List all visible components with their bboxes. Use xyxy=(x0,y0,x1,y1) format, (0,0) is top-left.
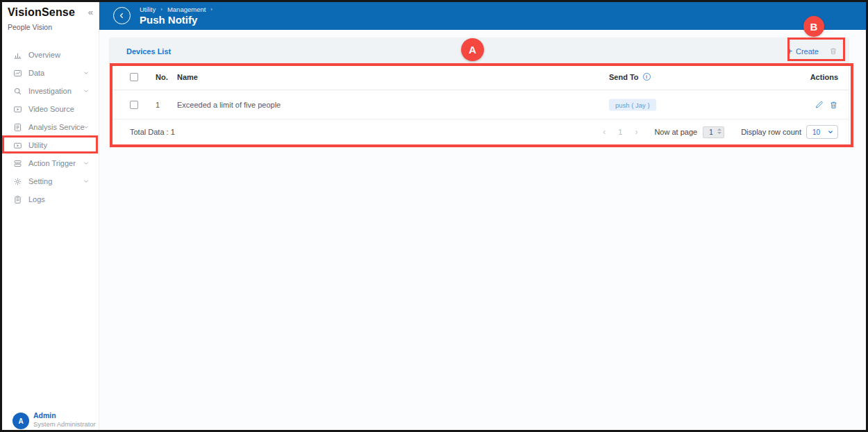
page-number-input[interactable]: 1 xyxy=(703,126,724,138)
plus-icon: + xyxy=(787,48,792,55)
trash-icon[interactable] xyxy=(829,100,838,109)
spinner-arrows-icon[interactable] xyxy=(717,128,721,134)
now-at-page-label: Now at page xyxy=(654,128,697,136)
footer-controls: ‹ 1 › Now at page 1 Display row count 10 xyxy=(603,119,838,144)
breadcrumb-item-utility[interactable]: Utility xyxy=(140,6,156,13)
back-button[interactable] xyxy=(113,7,131,24)
app-subtitle: People Vision xyxy=(8,23,52,31)
breadcrumb-separator: › xyxy=(210,6,212,13)
sidebar-item-label: Action Trigger xyxy=(28,159,76,167)
edit-icon[interactable] xyxy=(815,100,824,109)
page-header: Utility › Management › Push Notify xyxy=(99,2,866,30)
main-content: Utility › Management › Push Notify Devic… xyxy=(99,2,866,430)
sidebar-item-label: Overview xyxy=(28,51,60,59)
table-row: 1 Exceeded a limit of five people push (… xyxy=(110,90,849,119)
layers-icon xyxy=(12,158,22,168)
devices-list-panel: Devices List + Create No. Name Send xyxy=(110,38,849,144)
chevron-down-icon xyxy=(827,128,834,135)
sidebar-item-data[interactable]: Data xyxy=(2,64,99,82)
chevron-down-icon xyxy=(83,124,90,131)
page-input-value: 1 xyxy=(709,128,713,136)
row-checkbox[interactable] xyxy=(130,101,138,109)
sidebar-menu: Overview Data Investigation Video Source… xyxy=(2,46,99,208)
table-footer: Total Data : 1 ‹ 1 › Now at page 1 Displ… xyxy=(110,119,849,144)
row-count-select[interactable]: 10 xyxy=(806,125,838,139)
avatar[interactable]: A xyxy=(12,413,29,429)
column-header-no: No. xyxy=(156,73,168,81)
sidebar-item-logs[interactable]: Logs xyxy=(2,190,99,208)
total-data-label: Total Data : 1 xyxy=(130,128,175,136)
chevron-down-icon xyxy=(83,88,90,94)
column-header-send-to: Send To i xyxy=(609,73,651,81)
delete-icon[interactable] xyxy=(829,47,837,56)
row-name: Exceeded a limit of five people xyxy=(177,101,281,109)
app-window: VisionSense « People Vision Overview Dat… xyxy=(0,0,868,432)
prev-page-icon[interactable]: ‹ xyxy=(603,127,606,137)
send-to-label: Send To xyxy=(609,73,639,81)
document-icon xyxy=(12,122,22,132)
sidebar-item-label: Investigation xyxy=(28,87,72,95)
breadcrumb: Utility › Management › xyxy=(140,6,212,13)
utility-play-icon xyxy=(12,140,22,150)
sidebar-item-investigation[interactable]: Investigation xyxy=(2,82,99,100)
chevron-left-icon xyxy=(117,11,126,20)
panel-title: Devices List xyxy=(126,47,171,56)
sidebar-item-action-trigger[interactable]: Action Trigger xyxy=(2,154,99,172)
sidebar-collapse-icon[interactable]: « xyxy=(88,7,93,17)
page-number[interactable]: 1 xyxy=(618,128,622,136)
app-logo-title: VisionSense xyxy=(8,6,75,19)
search-icon xyxy=(12,86,22,96)
breadcrumb-item-management[interactable]: Management xyxy=(167,6,206,13)
row-count-value: 10 xyxy=(812,128,820,136)
sidebar-item-label: Analysis Service xyxy=(28,123,85,131)
user-role: System Administrator xyxy=(33,420,96,428)
clipboard-icon xyxy=(12,194,22,204)
chevron-down-icon xyxy=(83,160,90,167)
gear-icon xyxy=(12,176,22,186)
video-icon xyxy=(12,104,22,114)
sidebar-item-label: Setting xyxy=(28,177,52,185)
panel-actions: + Create xyxy=(787,38,837,64)
info-icon[interactable]: i xyxy=(643,73,651,81)
create-button-label: Create xyxy=(796,47,819,56)
sidebar: VisionSense « People Vision Overview Dat… xyxy=(2,2,99,430)
column-header-actions: Actions xyxy=(810,73,838,81)
data-chart-icon xyxy=(12,68,22,78)
sidebar-item-video-source[interactable]: Video Source xyxy=(2,100,99,118)
create-button[interactable]: + Create xyxy=(787,47,819,56)
bar-chart-icon xyxy=(12,50,22,60)
panel-header: Devices List + Create xyxy=(110,38,849,64)
sidebar-item-label: Video Source xyxy=(28,105,74,113)
row-no: 1 xyxy=(156,101,160,109)
table-header-row: No. Name Send To i Actions xyxy=(110,64,849,90)
page-title: Push Notify xyxy=(140,14,197,26)
breadcrumb-separator: › xyxy=(160,6,162,13)
select-all-checkbox[interactable] xyxy=(130,73,138,81)
sidebar-item-overview[interactable]: Overview xyxy=(2,46,99,64)
row-actions xyxy=(815,100,838,109)
sidebar-item-label: Logs xyxy=(28,195,45,203)
send-to-badge: push ( Jay ) xyxy=(609,99,656,110)
sidebar-item-setting[interactable]: Setting xyxy=(2,172,99,190)
sidebar-item-label: Data xyxy=(28,69,44,77)
user-name: Admin xyxy=(33,411,56,419)
chevron-down-icon xyxy=(83,69,90,76)
sidebar-item-utility[interactable]: Utility xyxy=(2,136,99,154)
chevron-down-icon xyxy=(83,178,90,185)
sidebar-item-analysis-service[interactable]: Analysis Service xyxy=(2,118,99,136)
column-header-name: Name xyxy=(177,73,198,81)
display-row-count-label: Display row count xyxy=(741,128,801,136)
next-page-icon[interactable]: › xyxy=(635,127,637,137)
pagination: ‹ 1 › xyxy=(603,127,637,137)
sidebar-item-label: Utility xyxy=(28,141,47,149)
